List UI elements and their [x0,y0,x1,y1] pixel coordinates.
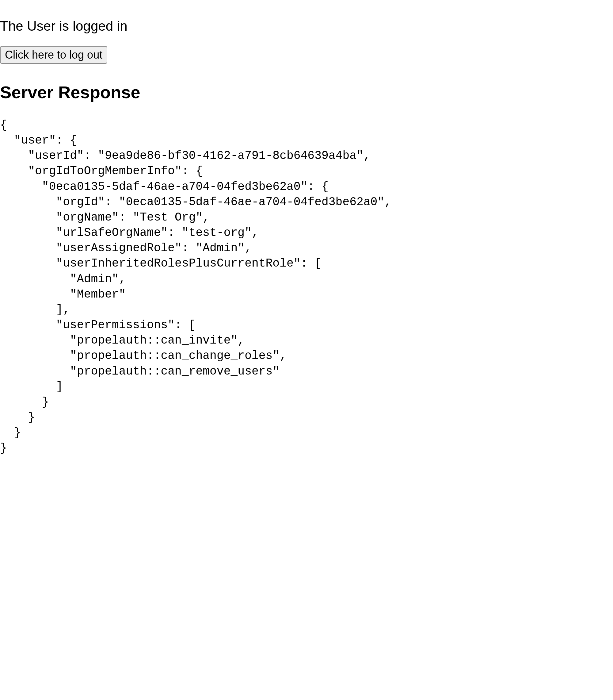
logout-button[interactable]: Click here to log out [0,46,107,64]
server-response-heading: Server Response [0,82,613,102]
login-status-text: The User is logged in [0,18,613,34]
server-response-json: { "user": { "userId": "9ea9de86-bf30-416… [0,117,613,456]
